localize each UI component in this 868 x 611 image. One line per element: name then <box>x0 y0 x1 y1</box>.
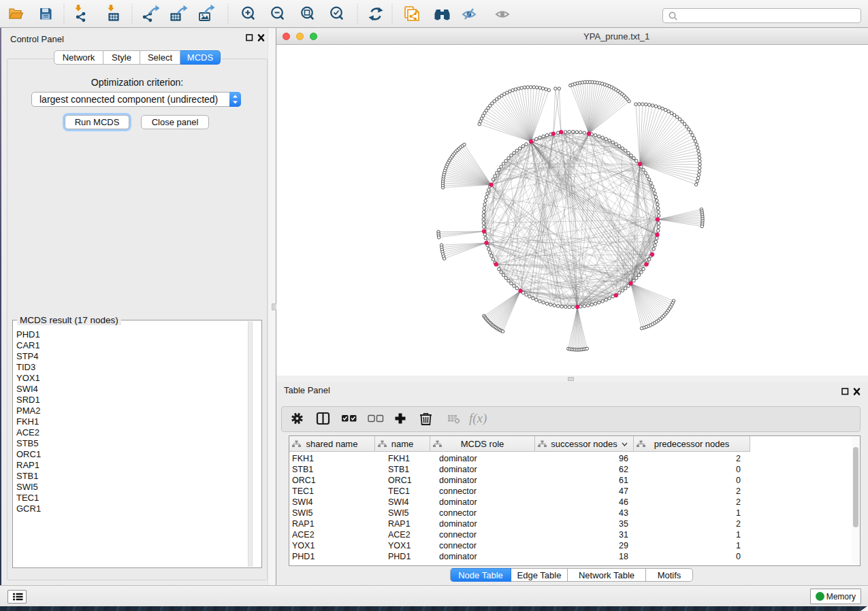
svg-text:f(x): f(x) <box>469 411 487 426</box>
